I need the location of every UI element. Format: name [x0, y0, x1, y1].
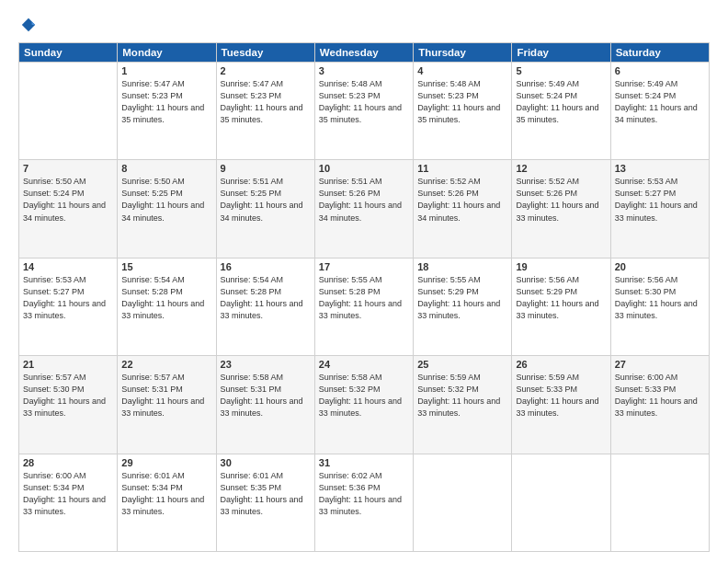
day-info: Sunrise: 5:52 AM Sunset: 5:26 PM Dayligh…	[417, 176, 507, 224]
day-number: 31	[319, 457, 409, 468]
day-info: Sunrise: 6:00 AM Sunset: 5:34 PM Dayligh…	[23, 470, 113, 518]
day-number: 25	[417, 359, 507, 370]
day-info: Sunrise: 6:02 AM Sunset: 5:36 PM Dayligh…	[319, 470, 409, 518]
calendar-cell: 21Sunrise: 5:57 AM Sunset: 5:30 PM Dayli…	[19, 356, 118, 454]
page: Sunday Monday Tuesday Wednesday Thursday…	[0, 0, 728, 563]
calendar-cell: 16Sunrise: 5:54 AM Sunset: 5:28 PM Dayli…	[216, 258, 314, 355]
header-row: Sunday Monday Tuesday Wednesday Thursday…	[19, 43, 710, 63]
day-info: Sunrise: 5:50 AM Sunset: 5:25 PM Dayligh…	[121, 176, 211, 224]
col-wednesday: Wednesday	[314, 43, 413, 63]
day-info: Sunrise: 5:56 AM Sunset: 5:30 PM Dayligh…	[615, 274, 705, 322]
calendar-cell: 11Sunrise: 5:52 AM Sunset: 5:26 PM Dayli…	[414, 160, 512, 258]
day-number: 9	[221, 163, 311, 174]
col-saturday: Saturday	[610, 43, 709, 63]
day-info: Sunrise: 5:49 AM Sunset: 5:24 PM Dayligh…	[615, 78, 705, 126]
day-number: 28	[23, 457, 113, 468]
col-friday: Friday	[512, 43, 610, 63]
calendar-cell: 31Sunrise: 6:02 AM Sunset: 5:36 PM Dayli…	[314, 454, 413, 551]
day-info: Sunrise: 5:51 AM Sunset: 5:25 PM Dayligh…	[221, 176, 311, 224]
calendar-cell: 13Sunrise: 5:53 AM Sunset: 5:27 PM Dayli…	[610, 160, 709, 258]
day-info: Sunrise: 5:55 AM Sunset: 5:28 PM Dayligh…	[319, 274, 409, 322]
day-info: Sunrise: 5:53 AM Sunset: 5:27 PM Dayligh…	[23, 274, 113, 322]
day-info: Sunrise: 5:53 AM Sunset: 5:27 PM Dayligh…	[615, 176, 705, 224]
day-number: 15	[121, 261, 211, 272]
calendar-week-4: 28Sunrise: 6:00 AM Sunset: 5:34 PM Dayli…	[19, 454, 710, 551]
day-number: 14	[23, 261, 113, 272]
day-info: Sunrise: 6:01 AM Sunset: 5:35 PM Dayligh…	[221, 470, 311, 518]
day-number: 19	[516, 261, 606, 272]
day-info: Sunrise: 5:51 AM Sunset: 5:26 PM Dayligh…	[319, 176, 409, 224]
day-number: 23	[221, 359, 311, 370]
day-number: 21	[23, 359, 113, 370]
day-number: 22	[121, 359, 211, 370]
day-number: 8	[121, 163, 211, 174]
day-info: Sunrise: 6:00 AM Sunset: 5:33 PM Dayligh…	[615, 372, 705, 419]
calendar-cell: 14Sunrise: 5:53 AM Sunset: 5:27 PM Dayli…	[19, 258, 118, 355]
calendar-table: Sunday Monday Tuesday Wednesday Thursday…	[18, 42, 710, 552]
calendar-cell: 5Sunrise: 5:49 AM Sunset: 5:24 PM Daylig…	[512, 63, 610, 160]
day-info: Sunrise: 5:59 AM Sunset: 5:33 PM Dayligh…	[516, 372, 606, 419]
calendar-cell: 20Sunrise: 5:56 AM Sunset: 5:30 PM Dayli…	[610, 258, 709, 355]
day-number: 29	[121, 457, 211, 468]
day-number: 16	[221, 261, 311, 272]
day-number: 10	[319, 163, 409, 174]
day-info: Sunrise: 6:01 AM Sunset: 5:34 PM Dayligh…	[121, 470, 211, 518]
day-info: Sunrise: 5:58 AM Sunset: 5:31 PM Dayligh…	[221, 372, 311, 419]
calendar-cell: 3Sunrise: 5:48 AM Sunset: 5:23 PM Daylig…	[314, 63, 413, 160]
day-info: Sunrise: 5:47 AM Sunset: 5:23 PM Dayligh…	[221, 78, 311, 126]
day-info: Sunrise: 5:48 AM Sunset: 5:23 PM Dayligh…	[417, 78, 507, 126]
calendar-cell: 29Sunrise: 6:01 AM Sunset: 5:34 PM Dayli…	[118, 454, 216, 551]
day-number: 26	[516, 359, 606, 370]
day-info: Sunrise: 5:49 AM Sunset: 5:24 PM Dayligh…	[516, 78, 606, 126]
calendar-cell: 15Sunrise: 5:54 AM Sunset: 5:28 PM Dayli…	[118, 258, 216, 355]
day-info: Sunrise: 5:48 AM Sunset: 5:23 PM Dayligh…	[319, 78, 409, 126]
calendar-week-2: 14Sunrise: 5:53 AM Sunset: 5:27 PM Dayli…	[19, 258, 710, 355]
calendar-cell: 30Sunrise: 6:01 AM Sunset: 5:35 PM Dayli…	[216, 454, 314, 551]
day-info: Sunrise: 5:54 AM Sunset: 5:28 PM Dayligh…	[221, 274, 311, 322]
calendar-cell: 26Sunrise: 5:59 AM Sunset: 5:33 PM Dayli…	[512, 356, 610, 454]
col-sunday: Sunday	[19, 43, 118, 63]
calendar-cell: 27Sunrise: 6:00 AM Sunset: 5:33 PM Dayli…	[610, 356, 709, 454]
calendar-cell: 23Sunrise: 5:58 AM Sunset: 5:31 PM Dayli…	[216, 356, 314, 454]
calendar-cell: 24Sunrise: 5:58 AM Sunset: 5:32 PM Dayli…	[314, 356, 413, 454]
calendar-cell: 19Sunrise: 5:56 AM Sunset: 5:29 PM Dayli…	[512, 258, 610, 355]
calendar-cell	[610, 454, 709, 551]
logo	[18, 17, 37, 33]
day-number: 12	[516, 163, 606, 174]
day-number: 20	[615, 261, 705, 272]
calendar-cell: 7Sunrise: 5:50 AM Sunset: 5:24 PM Daylig…	[19, 160, 118, 258]
day-number: 3	[319, 65, 409, 76]
calendar-week-1: 7Sunrise: 5:50 AM Sunset: 5:24 PM Daylig…	[19, 160, 710, 258]
calendar-cell: 18Sunrise: 5:55 AM Sunset: 5:29 PM Dayli…	[414, 258, 512, 355]
day-info: Sunrise: 5:57 AM Sunset: 5:30 PM Dayligh…	[23, 372, 113, 419]
header	[18, 17, 710, 33]
day-info: Sunrise: 5:55 AM Sunset: 5:29 PM Dayligh…	[417, 274, 507, 322]
calendar-cell: 9Sunrise: 5:51 AM Sunset: 5:25 PM Daylig…	[216, 160, 314, 258]
calendar-cell: 8Sunrise: 5:50 AM Sunset: 5:25 PM Daylig…	[118, 160, 216, 258]
calendar-cell: 22Sunrise: 5:57 AM Sunset: 5:31 PM Dayli…	[118, 356, 216, 454]
calendar-cell: 2Sunrise: 5:47 AM Sunset: 5:23 PM Daylig…	[216, 63, 314, 160]
logo-icon	[20, 17, 37, 33]
day-number: 13	[615, 163, 705, 174]
day-number: 24	[319, 359, 409, 370]
calendar-cell: 28Sunrise: 6:00 AM Sunset: 5:34 PM Dayli…	[19, 454, 118, 551]
calendar-cell: 1Sunrise: 5:47 AM Sunset: 5:23 PM Daylig…	[118, 63, 216, 160]
calendar-week-0: 1Sunrise: 5:47 AM Sunset: 5:23 PM Daylig…	[19, 63, 710, 160]
day-number: 1	[121, 65, 211, 76]
col-thursday: Thursday	[414, 43, 512, 63]
day-info: Sunrise: 5:57 AM Sunset: 5:31 PM Dayligh…	[121, 372, 211, 419]
day-number: 6	[615, 65, 705, 76]
day-number: 27	[615, 359, 705, 370]
day-number: 30	[221, 457, 311, 468]
calendar-cell	[414, 454, 512, 551]
day-number: 4	[417, 65, 507, 76]
day-number: 17	[319, 261, 409, 272]
day-info: Sunrise: 5:56 AM Sunset: 5:29 PM Dayligh…	[516, 274, 606, 322]
calendar-cell: 10Sunrise: 5:51 AM Sunset: 5:26 PM Dayli…	[314, 160, 413, 258]
day-number: 5	[516, 65, 606, 76]
day-number: 18	[417, 261, 507, 272]
day-info: Sunrise: 5:59 AM Sunset: 5:32 PM Dayligh…	[417, 372, 507, 419]
col-monday: Monday	[118, 43, 216, 63]
calendar-cell	[19, 63, 118, 160]
day-info: Sunrise: 5:58 AM Sunset: 5:32 PM Dayligh…	[319, 372, 409, 419]
